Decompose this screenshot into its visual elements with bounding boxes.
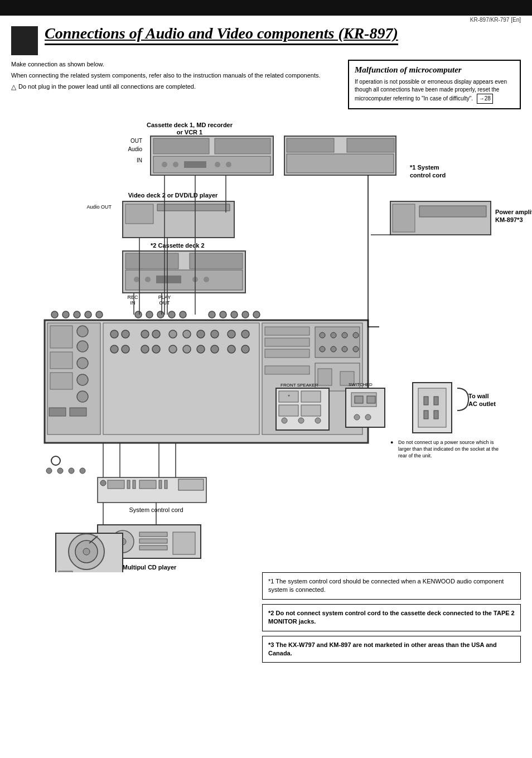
wall-note1: Do not connect up a power source which i… — [398, 440, 494, 445]
cd2-display — [156, 276, 181, 283]
svg-point-25 — [110, 345, 118, 353]
svg-point-0 — [51, 311, 58, 318]
scc-conn5 — [159, 480, 162, 489]
sw1 — [355, 396, 363, 403]
footnote2-text: *2 Do not connect system control cord to… — [268, 610, 515, 625]
svg-point-20 — [183, 330, 191, 338]
kx-bottom — [287, 154, 394, 173]
intro-line1: Make connection as shown below. — [11, 60, 337, 69]
scc-conn6 — [165, 480, 167, 489]
scc-conn2 — [127, 480, 130, 489]
cd-model: DP-R797 — [137, 571, 162, 572]
bottom-notes: *1 The system control cord should be con… — [0, 572, 532, 663]
svg-point-13 — [242, 311, 249, 318]
recv-knob5 — [77, 391, 88, 402]
svg-point-22 — [211, 330, 219, 338]
svg-point-5 — [135, 311, 142, 318]
svg-point-24 — [241, 330, 249, 338]
page-header: Connections of Audio and Video component… — [0, 23, 532, 55]
main-title: Connections of Audio and Video component… — [45, 25, 398, 45]
cd2-ctrl4 — [204, 277, 209, 282]
recv-right1 — [265, 327, 309, 335]
terminal4 — [353, 332, 359, 338]
scc-conn3 — [133, 480, 136, 489]
cassette1-ctrl3 — [215, 162, 220, 167]
recv-knob2 — [77, 341, 88, 352]
svg-point-11 — [220, 311, 226, 318]
recv-ctrl2 — [50, 352, 72, 369]
lbl-out: OUT — [130, 138, 142, 144]
vd-left — [125, 204, 153, 224]
kx-reel2 — [347, 138, 394, 152]
cassette1-ctrl2 — [173, 162, 178, 167]
svg-point-10 — [209, 311, 215, 318]
recv-ant1 — [318, 369, 332, 385]
pa-left — [393, 204, 415, 232]
page: KR-897/KR-797 [En] Connections of Audio … — [0, 0, 532, 758]
kx-reel1 — [287, 138, 334, 152]
sw-jack2 — [365, 414, 371, 420]
cd2-bottom — [125, 270, 243, 290]
svg-point-15 — [110, 330, 118, 338]
ac-slot1 — [424, 397, 428, 405]
recv-jack2 — [70, 408, 86, 416]
cd2-reel2 — [190, 253, 243, 269]
wall-note-bullet: ● — [390, 440, 393, 445]
cd-panel — [173, 532, 195, 554]
recv-right4 — [265, 366, 309, 374]
terminal7 — [342, 346, 347, 352]
svg-point-28 — [152, 345, 160, 353]
lbl-audio: Audio — [128, 146, 142, 152]
bp3 — [69, 468, 74, 474]
warning-icon: △ — [11, 82, 16, 92]
cassette1-reel2 — [215, 138, 270, 154]
cd-btn3 — [139, 545, 167, 550]
svg-point-7 — [157, 311, 164, 318]
cd2-ctrl1 — [134, 277, 139, 282]
svg-point-3 — [85, 311, 91, 318]
cd-btn2 — [139, 539, 167, 543]
sp-grid2 — [301, 391, 321, 402]
tt-ctrl1 — [59, 571, 72, 572]
svg-point-17 — [141, 330, 149, 338]
cd2-reel1 — [125, 253, 178, 269]
cassette1-ctrl4 — [226, 162, 231, 167]
tt-spindle — [83, 548, 90, 555]
svg-point-31 — [197, 345, 205, 353]
lbl-in: IN — [137, 157, 142, 163]
footnote3-text: *3 The KX-W797 and KM-897 are not market… — [268, 641, 497, 656]
model-number: KR-897/KR-797 [En] — [0, 16, 532, 23]
sp-jack1 — [282, 418, 287, 423]
cassette1-display — [184, 161, 206, 168]
vd-slots — [157, 204, 230, 211]
footnote3-box: *3 The KX-W797 and KM-897 are not market… — [262, 636, 521, 663]
terminal3 — [342, 332, 347, 338]
cassette1-reel1 — [153, 138, 209, 154]
intro-section: Make connection as shown below. When con… — [0, 60, 532, 109]
svg-point-30 — [183, 345, 191, 353]
svg-point-4 — [96, 311, 103, 318]
svg-point-34 — [241, 345, 249, 353]
headphone-icon — [51, 456, 60, 465]
svg-point-18 — [152, 330, 160, 338]
sw-jack1 — [354, 414, 360, 420]
system-ctrl-label: *1 System — [410, 164, 439, 171]
rec-in-label2: IN — [130, 300, 136, 306]
scc-right-conn — [178, 479, 204, 490]
malfunction-text: If operation is not possible or erroneou… — [355, 78, 514, 104]
recv-right3 — [265, 349, 309, 358]
svg-point-32 — [211, 345, 219, 353]
recv-knob4 — [77, 374, 88, 385]
scc-conn1 — [108, 480, 124, 489]
scc-j1 — [100, 480, 106, 486]
cassette1-bottom — [153, 156, 270, 173]
sp-grid4 — [301, 405, 321, 416]
left-connectors — [51, 311, 260, 318]
cassette1-ctrl1 — [162, 162, 167, 167]
svg-point-29 — [169, 345, 177, 353]
terminal8 — [353, 346, 359, 352]
bp2 — [57, 468, 63, 474]
svg-point-12 — [231, 311, 238, 318]
diagram-svg: Cassette deck 1, MD recorder or VCR 1 OU… — [0, 115, 532, 572]
page-ref: →28 — [477, 94, 493, 104]
